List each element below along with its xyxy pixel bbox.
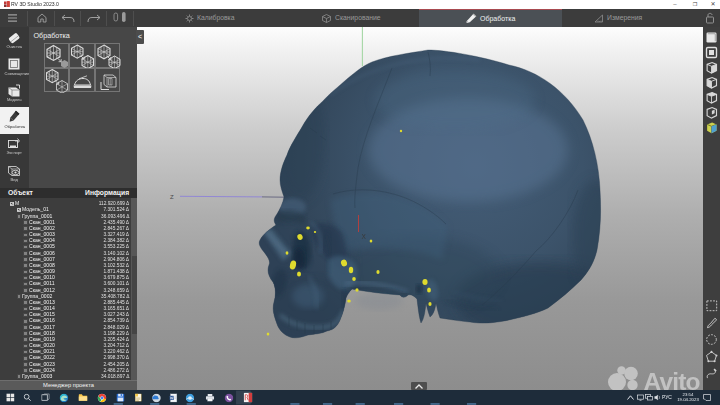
- svg-text:Z: Z: [170, 194, 174, 200]
- svg-text:Avito: Avito: [644, 368, 701, 390]
- svg-text:X: X: [362, 233, 367, 240]
